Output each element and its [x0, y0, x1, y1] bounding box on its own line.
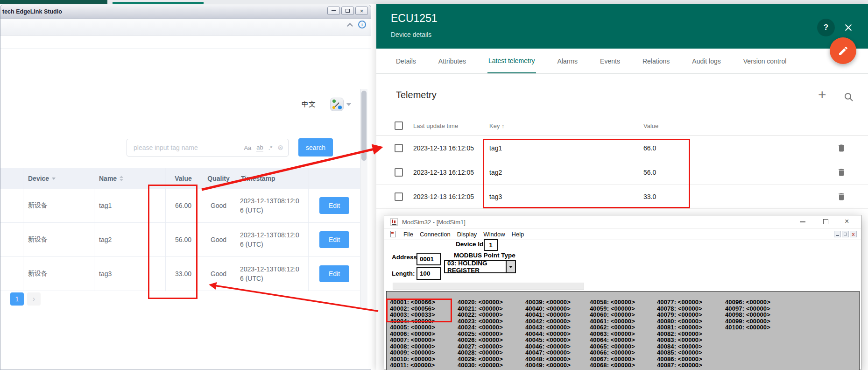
row-checkbox[interactable]	[395, 192, 403, 201]
cell-key: tag3	[489, 193, 502, 200]
address-input[interactable]: 0001	[416, 253, 441, 265]
mdi-minimize-button[interactable]	[834, 231, 841, 237]
device-id-input[interactable]: 1	[484, 239, 498, 251]
horizontal-scrollbar[interactable]	[393, 283, 584, 290]
search-button[interactable]: search	[298, 138, 333, 157]
tab[interactable]: Events	[599, 49, 621, 73]
register-entry: 40085: <00000>	[657, 349, 702, 356]
register-entry: 40098: <00000>	[725, 312, 770, 318]
mdi-close-button[interactable]: x	[850, 231, 857, 237]
scrollbar-thumb[interactable]	[361, 91, 367, 161]
register-entry: 40097: <00000>	[725, 306, 770, 312]
register-entry: 40100: <00000>	[725, 324, 770, 331]
chevron-down-icon[interactable]	[346, 103, 351, 106]
cell-value: 66.0	[643, 144, 656, 152]
header-value[interactable]: Value	[643, 122, 658, 129]
match-case-icon[interactable]: Aa	[244, 144, 251, 151]
register-entry: 40005: <00000>	[390, 324, 435, 331]
document-icon	[390, 231, 396, 237]
register-entry: 40068: <00000>	[590, 362, 635, 369]
close-icon[interactable]	[843, 22, 854, 33]
menu-item[interactable]: Connection	[420, 231, 451, 238]
menu-item[interactable]: Window	[483, 231, 505, 238]
dropdown-button[interactable]	[506, 261, 515, 272]
header-quality: Quality	[201, 168, 236, 189]
menu-item[interactable]: Display	[457, 231, 477, 238]
point-type-select[interactable]: 03: HOLDING REGISTER	[444, 260, 516, 273]
filter-caret-icon	[52, 178, 56, 180]
caret-down-icon	[509, 266, 513, 268]
device-id-label: Device Id:	[456, 241, 486, 248]
edgelink-titlebar[interactable]: tech EdgeLink Studio ×	[0, 5, 371, 19]
tab[interactable]: Version control	[742, 49, 788, 73]
register-entry: 40049: <00000>	[525, 362, 571, 369]
row-checkbox[interactable]	[395, 144, 403, 152]
register-entry: 40062: <00000>	[590, 324, 635, 331]
search-icon[interactable]	[843, 92, 854, 103]
delete-icon[interactable]	[837, 192, 846, 202]
close-icon[interactable]: ×	[845, 217, 849, 226]
table-row: 新设备 tag3 33.00 Good 2023-12-13T08:12:06 …	[0, 257, 360, 291]
cell-timestamp: 2023-12-13T08:12:06 (UTC)	[236, 257, 309, 291]
edit-fab-button[interactable]	[830, 37, 856, 64]
edit-button[interactable]: Edit	[319, 231, 349, 248]
avatar[interactable]	[330, 98, 344, 111]
language-switch[interactable]: 中文	[302, 100, 316, 109]
address-label: Address:	[392, 254, 419, 261]
close-button[interactable]: ×	[355, 7, 368, 15]
tab[interactable]: Alarms	[557, 49, 579, 73]
page-1-button[interactable]: 1	[10, 292, 24, 306]
header-last-update-time[interactable]: Last update time	[413, 122, 458, 129]
menu-item[interactable]: Help	[512, 231, 524, 238]
modsim-titlebar[interactable]: ModSim32 - [ModSim1] ×	[384, 215, 861, 228]
scrollbar[interactable]	[360, 89, 367, 308]
register-entry: 40020: <00000>	[458, 299, 503, 306]
select-all-checkbox[interactable]	[395, 121, 403, 130]
cell-device: 新设备	[23, 223, 94, 256]
mdi-restore-button[interactable]	[842, 231, 849, 237]
tab[interactable]: Attributes	[438, 49, 467, 73]
register-entry: 40030: <00000>	[458, 362, 503, 369]
register-column: 40058: <00000>40059: <00000>40060: <0000…	[590, 299, 635, 369]
tab[interactable]: Audit logs	[691, 49, 721, 73]
match-word-icon[interactable]: ab	[256, 144, 263, 151]
browser-tab-underline	[113, 2, 204, 4]
register-entry: 40041: <00000>	[525, 312, 571, 318]
regex-icon[interactable]: .*	[268, 144, 273, 151]
register-entry: 40011: <00000>	[390, 362, 435, 369]
info-icon[interactable]: i	[358, 21, 366, 28]
register-entry: 40079: <00000>	[657, 312, 702, 318]
header-name[interactable]: Name	[94, 168, 166, 189]
tab[interactable]: Relations	[642, 49, 670, 73]
delete-icon[interactable]	[837, 167, 846, 178]
cell-quality: Good	[201, 257, 236, 291]
cell-name: tag2	[94, 223, 166, 256]
clear-icon[interactable]: ⊗	[277, 143, 283, 152]
header-device[interactable]: Device	[23, 168, 94, 189]
add-telemetry-button[interactable]: +	[818, 87, 826, 103]
register-entry: 40082: <00000>	[657, 331, 702, 337]
header-key[interactable]: Key ↑	[489, 122, 505, 129]
minimize-icon[interactable]	[800, 221, 805, 222]
maximize-button[interactable]	[341, 7, 354, 15]
register-entry: 40028: <00000>	[458, 349, 503, 356]
minimize-button[interactable]	[327, 7, 340, 15]
edit-button[interactable]: Edit	[319, 265, 349, 282]
register-entry: 40009: <00000>	[390, 349, 435, 356]
telemetry-table-body: 2023-12-13 16:12:05 tag1 66.0 2023-12-13…	[376, 136, 868, 209]
edit-button[interactable]: Edit	[319, 197, 349, 214]
delete-icon[interactable]	[837, 143, 846, 153]
help-button[interactable]: ?	[817, 19, 835, 36]
register-entry: 40007: <00000>	[390, 337, 435, 343]
tab[interactable]: Latest telemetry	[487, 49, 536, 73]
cell-value: 33.0	[643, 193, 656, 200]
row-checkbox[interactable]	[395, 168, 403, 177]
length-input[interactable]: 100	[416, 267, 441, 280]
menu-item[interactable]: File	[403, 231, 413, 238]
maximize-icon[interactable]	[823, 219, 828, 224]
tab[interactable]: Details	[395, 49, 417, 73]
next-page-button[interactable]: ›	[27, 292, 41, 306]
panel-header: ECU1251 Device details ?	[376, 4, 868, 49]
register-entry: 40078: <00000>	[657, 306, 702, 312]
browser-tab-strip	[0, 0, 107, 4]
